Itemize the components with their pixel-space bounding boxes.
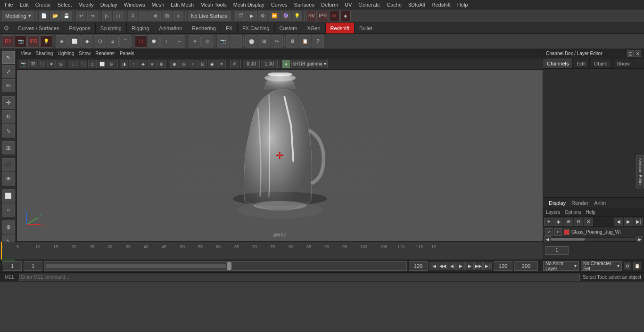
tab-show-channels[interactable]: Show [613,58,634,68]
viewport-cam-val1[interactable] [243,60,260,68]
viewport-renderer-menu[interactable]: Renderer [93,50,117,57]
rs-toolbar-geo5[interactable]: ⊿ [107,35,119,48]
tab-rendering[interactable]: Rendering [187,23,221,33]
viewport-show-menu[interactable]: Show [77,50,92,57]
select-by-hierarchy-button[interactable]: ▷ [102,11,112,21]
tab-custom[interactable]: Custom [275,23,303,33]
menu-create[interactable]: Create [33,1,54,8]
vp-camera-icon[interactable]: 📷 [19,60,27,68]
rs-toolbar-node1[interactable]: ⬤ [245,35,257,48]
rs-toolbar-geo1[interactable]: ◈ [56,35,68,48]
snap-to-live-button[interactable]: ⌾ [173,11,183,21]
command-input[interactable] [19,274,580,281]
rs-toolbar-light2[interactable]: ◎ [201,35,214,48]
tab-edit-channels[interactable]: Edit [573,58,590,68]
menu-file[interactable]: File [2,1,16,8]
layer-tab-render[interactable]: Render [569,199,591,207]
rs-toolbar-cam1[interactable]: 📷 [217,35,229,48]
lights-button[interactable]: 💡 [292,11,302,21]
tab-rigging[interactable]: Rigging [127,23,154,33]
frame-end-input[interactable] [409,261,428,271]
rs-toolbar-mat4[interactable]: ↔ [173,35,185,48]
rs-toolbar-settings2[interactable]: 📋 [299,35,311,48]
gamma-dropdown[interactable]: sRGB gamma ▾ [291,60,328,68]
go-to-end-button[interactable]: ▶| [483,262,492,270]
lasso-button[interactable]: ○ [2,203,15,217]
layer-item[interactable]: V P Glass_Pouring_Jug_Wi [543,227,644,237]
vp-ao[interactable]: ○ [189,60,198,68]
step-back-button[interactable]: ◀◀ [438,262,447,270]
vp-deform[interactable]: ↺ [230,60,239,68]
vp-shader2[interactable]: ◎ [180,60,188,68]
range-handle[interactable] [227,262,231,270]
frame-current-input[interactable] [24,261,42,271]
rs-toolbar-mat3[interactable]: ↕ [160,35,173,48]
snap-to-grid-button[interactable]: # [128,11,138,21]
menu-cache[interactable]: Cache [384,1,405,8]
vp-light[interactable]: ☀ [217,60,226,68]
layer-color-swatch[interactable] [564,229,570,235]
vp-hud[interactable]: ⊞ [157,60,166,68]
lasso-select-button[interactable]: ⤢ [2,65,15,78]
play-button[interactable]: ▶ [456,262,465,270]
vp-flat[interactable]: ◻ [88,60,97,68]
tab-channels[interactable]: Channels [543,58,573,68]
paint-tool-button[interactable]: ✏ [2,79,15,92]
rs-toolbar-node3[interactable]: ↪ [271,35,283,48]
layer-remove-selected-button[interactable]: ⊖ [574,218,583,226]
rs-toolbar-ipr[interactable]: IPR [27,35,40,48]
move-tool-button[interactable]: ✛ [2,96,15,109]
no-anim-layer-dropdown[interactable]: No Anim Layer ▾ [543,261,579,271]
menu-mesh-display[interactable]: Mesh Display [231,1,267,8]
layer-visibility-button[interactable]: V [545,228,553,236]
menu-edit-mesh[interactable]: Edit Mesh [168,1,197,8]
menu-select[interactable]: Select [55,1,75,8]
viewport-panels-menu[interactable]: Panels [118,50,136,57]
workspace-dropdown[interactable]: Modeling ▾ [2,11,34,21]
rs-toolbar-geo6[interactable]: ⌒ [119,35,132,48]
layer-tab-display[interactable]: Display [546,199,569,207]
timeline-ruler[interactable]: 1 5 10 15 20 25 30 35 40 45 50 55 60 65 … [0,242,543,259]
rs-render-view[interactable]: RV [306,11,317,21]
tab-animation[interactable]: Animation [154,23,187,33]
viewport-cam-val2[interactable] [261,60,278,68]
vp-points[interactable]: ⊕ [107,60,116,68]
menu-surfaces[interactable]: Surfaces [291,1,317,8]
scale-tool-button[interactable]: ⤡ [2,124,15,138]
universal-manip-button[interactable]: ⊞ [2,141,15,154]
vp-color-icon[interactable]: ● [282,60,290,68]
component-editor-button[interactable]: ⊕ [2,220,15,234]
menu-curves[interactable]: Curves [268,1,290,8]
viewport-shading-menu[interactable]: Shading [34,50,55,57]
rs-toolbar-mat1[interactable]: ⬡ [135,35,147,48]
tab-xgen[interactable]: XGen [302,23,325,33]
vp-filmcam-icon[interactable]: 🎬 [28,60,37,68]
panel-close-button[interactable]: ✕ [635,50,641,57]
menu-deform[interactable]: Deform [318,1,341,8]
tab-fx-caching[interactable]: FX Caching [238,23,274,33]
undo-button[interactable]: ↩ [76,11,86,21]
redo-button[interactable]: ↪ [87,11,98,21]
live-surface-button[interactable]: No Live Surface [188,11,231,21]
rs-nodegraph[interactable]: ◈ [340,11,351,21]
select-by-component-button[interactable]: □ [113,11,124,21]
marquee-button[interactable]: ⬜ [2,189,15,202]
snap-to-view-button[interactable]: ⊞ [162,11,172,21]
scrollbar-thumb[interactable] [551,238,585,241]
menu-mesh[interactable]: Mesh [149,1,167,8]
menu-help[interactable]: Help [454,1,471,8]
layer-playback-button[interactable]: P [554,228,562,236]
tab-redshift[interactable]: Redshift [326,23,355,33]
vp-isolate[interactable]: ★ [47,60,56,68]
rs-toolbar-light1[interactable]: ☀ [189,35,201,48]
snap-to-curve-button[interactable]: ⌒ [139,11,149,21]
menu-redshift[interactable]: Redshift [429,1,453,8]
vp-cam3[interactable]: ⬛ [38,60,46,68]
menu-3dtall[interactable]: 3DtoAll [405,1,428,8]
rs-toolbar-geo3[interactable]: ◆ [81,35,93,48]
select-tool-button[interactable]: ↖ [2,51,15,64]
tab-curves-surfaces[interactable]: Curves / Surfaces [13,23,64,33]
vp-smooth[interactable]: ⬛ [79,60,87,68]
menu-uv[interactable]: UV [342,1,355,8]
vp-tex[interactable]: ⊟ [198,60,207,68]
